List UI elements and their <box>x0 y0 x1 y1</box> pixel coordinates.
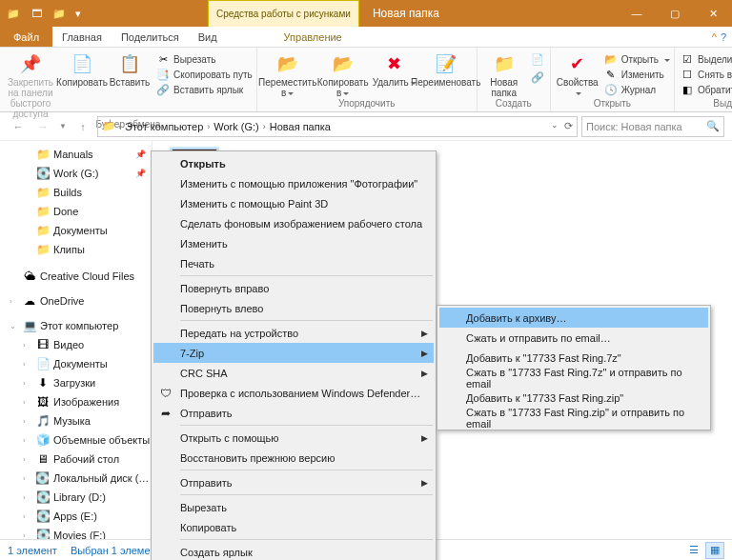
tree-item[interactable]: 📁Builds <box>0 183 152 202</box>
nav-tree[interactable]: 📁Manuals📌💽Work (G:)📌📁Builds📁Done📁Докумен… <box>0 141 152 539</box>
history-button[interactable]: 🕓Журнал <box>602 82 670 97</box>
tree-item[interactable]: ›💽Apps (E:) <box>0 507 152 526</box>
invert-selection-button[interactable]: ◧Обратить выделение <box>679 82 732 97</box>
tree-item[interactable]: 📁Документы <box>0 221 152 240</box>
nav-up-button[interactable]: ↑ <box>72 116 93 137</box>
context-menu-item[interactable]: Отправить▶ <box>153 472 434 492</box>
address-dropdown[interactable]: ⌄ <box>551 120 559 132</box>
properties-button[interactable]: ✔Свойства <box>555 50 600 98</box>
search-input[interactable]: Поиск: Новая папка🔍 <box>581 116 724 137</box>
address-bar[interactable]: 📁 › Этот компьютер› Work (G:)› Новая пап… <box>97 116 578 137</box>
context-menu-item[interactable]: Изменить <box>153 233 434 253</box>
paste-button[interactable]: 📋Вставить <box>107 50 152 88</box>
context-menu-item[interactable]: Повернуть вправо <box>153 278 434 298</box>
edit-button[interactable]: ✎Изменить <box>602 67 670 82</box>
tree-expand-icon[interactable]: › <box>23 455 32 464</box>
tree-expand-icon[interactable]: › <box>23 436 32 445</box>
crumb-folder[interactable]: Новая папка <box>269 121 332 132</box>
tree-item[interactable]: ›💽Локальный диск (C:) <box>0 469 152 488</box>
tree-item[interactable]: 📁Manuals📌 <box>0 145 152 164</box>
tree-item[interactable]: ›💽Movies (F:) <box>0 526 152 539</box>
open-button[interactable]: 📂Открыть <box>602 51 670 67</box>
context-menu-item[interactable]: Сжать в "17733 Fast Ring.7z" и отправить… <box>439 368 708 388</box>
easy-access-icon[interactable]: 🔗 <box>531 71 544 84</box>
tree-expand-icon[interactable]: › <box>23 417 32 426</box>
context-menu-item[interactable]: 🛡Проверка с использованием Windows Defen… <box>153 383 434 403</box>
tree-expand-icon[interactable]: › <box>23 360 32 369</box>
context-menu-item[interactable]: Открыть <box>153 153 434 173</box>
copypath-button[interactable]: 📑Скопировать путь <box>154 67 253 82</box>
tree-expand-icon[interactable]: › <box>23 474 32 483</box>
qat-customize[interactable]: ▾ <box>72 4 84 23</box>
context-menu-item[interactable]: Сжать в "17733 Fast Ring.zip" и отправит… <box>439 408 708 428</box>
context-menu-item[interactable]: ➦Отправить <box>153 403 434 423</box>
context-menu-item[interactable]: Открыть с помощью▶ <box>153 428 434 448</box>
tab-file[interactable]: Файл <box>0 27 52 47</box>
tree-item[interactable]: ›🖼Изображения <box>0 392 152 411</box>
view-icons-button[interactable]: ▦ <box>705 542 724 559</box>
context-menu-item[interactable]: Передать на устройство▶ <box>153 323 434 343</box>
ribbon-help-icon[interactable]: ? <box>721 31 726 43</box>
minimize-button[interactable]: — <box>618 0 656 27</box>
context-menu-item[interactable]: 7-Zip▶ <box>153 343 434 363</box>
rename-button[interactable]: 📝Переименовать <box>419 50 473 88</box>
tree-item[interactable]: 📁Done <box>0 202 152 221</box>
tree-item[interactable]: ›🎵Музыка <box>0 411 152 430</box>
select-all-button[interactable]: ☑Выделить все <box>679 51 732 67</box>
context-menu-item[interactable]: Копировать <box>153 517 434 537</box>
tree-item[interactable]: 📁Клипы <box>0 240 152 259</box>
tab-manage[interactable]: Управление <box>274 27 352 47</box>
window-icon[interactable]: 📁 <box>4 4 23 23</box>
new-item-icon[interactable]: 📄 <box>531 53 544 66</box>
context-menu-item[interactable]: Создать ярлык <box>153 542 434 560</box>
context-menu-item[interactable]: Печать <box>153 253 434 273</box>
tree-item[interactable]: 💽Work (G:)📌 <box>0 164 152 183</box>
refresh-button[interactable]: ⟳ <box>564 120 573 132</box>
context-menu-item[interactable]: Повернуть влево <box>153 298 434 318</box>
tree-item[interactable]: ⌄💻Этот компьютер <box>0 316 152 335</box>
tree-item[interactable]: ›🧊Объемные объекты <box>0 430 152 450</box>
nav-recent-button[interactable]: ▼ <box>57 116 69 137</box>
view-details-button[interactable]: ☰ <box>684 542 703 559</box>
qat-properties-icon[interactable]: 🗔 <box>27 4 46 23</box>
tree-expand-icon[interactable]: › <box>23 341 32 350</box>
tree-item[interactable]: ›📄Документы <box>0 354 152 373</box>
context-menu-item[interactable]: Изменить с помощью Paint 3D <box>153 193 434 213</box>
tab-view[interactable]: Вид <box>189 27 227 47</box>
tree-expand-icon[interactable]: › <box>23 379 32 388</box>
maximize-button[interactable]: ▢ <box>656 0 694 27</box>
context-menu-item[interactable]: Сделать фоновым изображением рабочего ст… <box>153 213 434 233</box>
tree-item[interactable]: ›🖥Рабочий стол <box>0 450 152 469</box>
crumb-thispc[interactable]: Этот компьютер <box>124 121 204 132</box>
tree-item[interactable]: ›⬇Загрузки <box>0 373 152 392</box>
new-folder-button[interactable]: 📁Новая папка <box>481 50 527 98</box>
tree-item[interactable]: ›💽Library (D:) <box>0 488 152 507</box>
tree-expand-icon[interactable]: ⌄ <box>10 322 19 330</box>
context-menu-item[interactable]: Изменить с помощью приложения "Фотографи… <box>153 173 434 193</box>
context-menu-item[interactable]: Добавить к архиву… <box>439 308 708 328</box>
select-none-button[interactable]: ☐Снять выделение <box>679 67 732 82</box>
tree-expand-icon[interactable]: › <box>10 297 19 306</box>
move-to-button[interactable]: 📂Переместить в <box>261 50 315 98</box>
tree-item[interactable]: 🌥Creative Cloud Files <box>0 267 152 286</box>
context-menu-item[interactable]: Сжать и отправить по email… <box>439 328 708 348</box>
context-menu-item[interactable]: Добавить к "17733 Fast Ring.7z" <box>439 348 708 368</box>
nav-back-button[interactable]: ← <box>8 116 29 137</box>
crumb-work[interactable]: Work (G:) <box>213 121 259 132</box>
tree-expand-icon[interactable]: › <box>23 531 32 540</box>
copy-to-button[interactable]: 📂Копировать в <box>316 50 370 98</box>
ribbon-collapse-icon[interactable]: ^ <box>712 31 717 43</box>
tree-expand-icon[interactable]: › <box>23 398 32 407</box>
close-button[interactable]: ✕ <box>694 0 732 27</box>
tree-expand-icon[interactable]: › <box>23 512 32 521</box>
tab-share[interactable]: Поделиться <box>112 27 189 47</box>
tree-expand-icon[interactable]: › <box>23 493 32 502</box>
paste-shortcut-button[interactable]: 🔗Вставить ярлык <box>154 82 253 97</box>
tab-home[interactable]: Главная <box>52 27 112 47</box>
context-menu-item[interactable]: CRC SHA▶ <box>153 363 434 383</box>
tree-item[interactable]: ›🎞Видео <box>0 335 152 354</box>
context-menu-item[interactable]: Восстановить прежнюю версию <box>153 448 434 468</box>
copy-button[interactable]: 📄Копировать <box>59 50 105 88</box>
context-menu-item[interactable]: Вырезать <box>153 497 434 517</box>
context-menu-item[interactable]: Добавить к "17733 Fast Ring.zip" <box>439 388 708 408</box>
